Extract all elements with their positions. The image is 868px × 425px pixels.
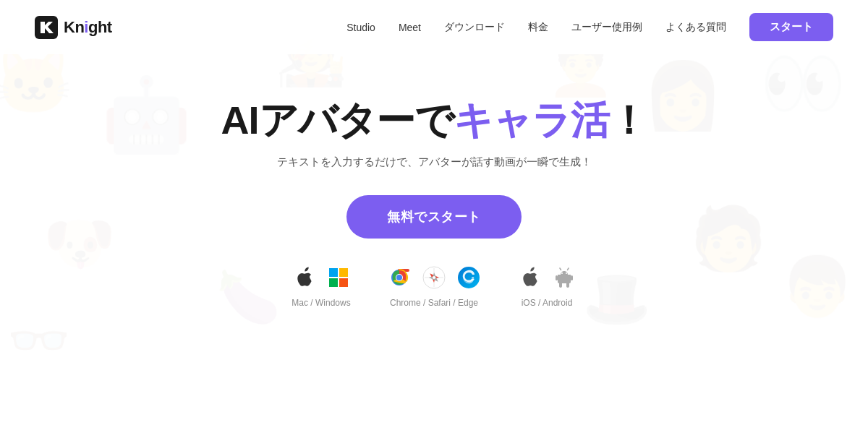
- platform-desktop-label: Mac / Windows: [292, 298, 350, 308]
- hero-title-suffix: ！: [609, 98, 647, 142]
- logo-text: Knight: [64, 18, 112, 37]
- svg-point-18: [561, 272, 563, 274]
- nav-item-usecase[interactable]: ユーザー使用例: [571, 21, 642, 34]
- hero-title-accent: キャラ活: [454, 98, 609, 142]
- svg-rect-1: [329, 268, 338, 277]
- svg-rect-21: [571, 275, 573, 280]
- logo[interactable]: Knight: [35, 16, 112, 39]
- ios-apple-icon: [516, 265, 542, 291]
- platform-mobile-icons: [516, 265, 577, 291]
- svg-rect-3: [329, 278, 338, 287]
- nav: Studio Meet ダウンロード 料金 ユーザー使用例 よくある質問 スター…: [346, 13, 833, 41]
- nav-item-faq[interactable]: よくある質問: [665, 21, 726, 34]
- nav-item-pricing[interactable]: 料金: [528, 21, 548, 34]
- cta-button[interactable]: 無料でスタート: [346, 195, 522, 239]
- windows-icon: [326, 265, 352, 291]
- platform-browser-label: Chrome / Safari / Edge: [390, 298, 478, 308]
- svg-rect-20: [556, 275, 558, 280]
- hero-section: AIアバターでキャラ活！ テキストを入力するだけで、アバターが話す動画が一瞬で生…: [0, 54, 868, 308]
- platform-browser-icons: [386, 265, 482, 291]
- hero-title-prefix: AIアバターで: [221, 98, 454, 142]
- platform-desktop: Mac / Windows: [291, 265, 352, 308]
- nav-item-studio[interactable]: Studio: [346, 22, 375, 33]
- chrome-icon: [386, 265, 412, 291]
- header: Knight Studio Meet ダウンロード 料金 ユーザー使用例 よくあ…: [0, 0, 868, 54]
- svg-point-16: [433, 276, 435, 279]
- svg-point-19: [566, 272, 567, 274]
- svg-rect-2: [339, 268, 348, 277]
- nav-item-meet[interactable]: Meet: [399, 22, 421, 33]
- platform-mobile: iOS / Android: [516, 265, 577, 308]
- android-icon: [551, 265, 577, 291]
- platform-desktop-icons: [291, 265, 352, 291]
- logo-icon: [35, 16, 58, 39]
- svg-rect-4: [339, 278, 348, 287]
- hero-title: AIアバターでキャラ活！: [221, 98, 647, 142]
- platforms-section: Mac / Windows: [291, 265, 577, 308]
- platform-browser: Chrome / Safari / Edge: [386, 265, 482, 308]
- platform-mobile-label: iOS / Android: [522, 298, 573, 308]
- svg-point-9: [396, 275, 402, 280]
- safari-icon: [421, 265, 447, 291]
- nav-item-download[interactable]: ダウンロード: [444, 21, 505, 34]
- hero-subtitle: テキストを入力するだけで、アバターが話す動画が一瞬で生成！: [277, 155, 592, 169]
- svg-point-17: [458, 267, 480, 288]
- edge-icon: [456, 265, 482, 291]
- header-start-button[interactable]: スタート: [749, 13, 833, 41]
- apple-mac-icon: [291, 265, 317, 291]
